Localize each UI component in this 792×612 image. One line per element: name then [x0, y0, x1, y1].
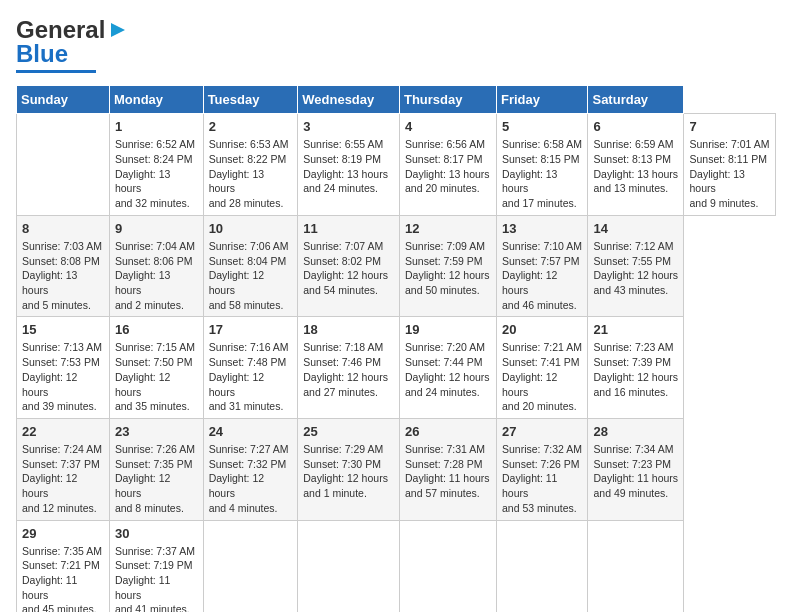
day-number: 13 — [502, 220, 582, 238]
day-number: 27 — [502, 423, 582, 441]
day-info: Sunrise: 7:04 AMSunset: 8:06 PMDaylight:… — [115, 239, 198, 312]
day-number: 8 — [22, 220, 104, 238]
calendar-cell: 20Sunrise: 7:21 AMSunset: 7:41 PMDayligh… — [496, 317, 587, 419]
calendar-cell: 8Sunrise: 7:03 AMSunset: 8:08 PMDaylight… — [17, 215, 110, 317]
calendar-cell: 21Sunrise: 7:23 AMSunset: 7:39 PMDayligh… — [588, 317, 684, 419]
day-info: Sunrise: 7:13 AMSunset: 7:53 PMDaylight:… — [22, 340, 104, 413]
calendar-cell: 17Sunrise: 7:16 AMSunset: 7:48 PMDayligh… — [203, 317, 298, 419]
day-number: 1 — [115, 118, 198, 136]
day-info: Sunrise: 7:29 AMSunset: 7:30 PMDaylight:… — [303, 442, 394, 501]
weekday-header: Sunday — [17, 86, 110, 114]
calendar-cell — [203, 520, 298, 612]
day-number: 2 — [209, 118, 293, 136]
calendar-cell: 3Sunrise: 6:55 AMSunset: 8:19 PMDaylight… — [298, 114, 400, 216]
weekday-header: Wednesday — [298, 86, 400, 114]
day-number: 21 — [593, 321, 678, 339]
day-info: Sunrise: 7:07 AMSunset: 8:02 PMDaylight:… — [303, 239, 394, 298]
day-info: Sunrise: 7:20 AMSunset: 7:44 PMDaylight:… — [405, 340, 491, 399]
day-info: Sunrise: 7:24 AMSunset: 7:37 PMDaylight:… — [22, 442, 104, 515]
calendar-cell: 10Sunrise: 7:06 AMSunset: 8:04 PMDayligh… — [203, 215, 298, 317]
weekday-header: Saturday — [588, 86, 684, 114]
calendar-cell: 26Sunrise: 7:31 AMSunset: 7:28 PMDayligh… — [399, 418, 496, 520]
calendar-cell: 22Sunrise: 7:24 AMSunset: 7:37 PMDayligh… — [17, 418, 110, 520]
day-number: 6 — [593, 118, 678, 136]
svg-marker-0 — [111, 23, 125, 37]
logo: General Blue — [16, 16, 129, 73]
day-number: 30 — [115, 525, 198, 543]
calendar-cell: 11Sunrise: 7:07 AMSunset: 8:02 PMDayligh… — [298, 215, 400, 317]
calendar-week-row: 15Sunrise: 7:13 AMSunset: 7:53 PMDayligh… — [17, 317, 776, 419]
calendar-header-row: SundayMondayTuesdayWednesdayThursdayFrid… — [17, 86, 776, 114]
day-number: 22 — [22, 423, 104, 441]
calendar-cell: 6Sunrise: 6:59 AMSunset: 8:13 PMDaylight… — [588, 114, 684, 216]
calendar-cell: 19Sunrise: 7:20 AMSunset: 7:44 PMDayligh… — [399, 317, 496, 419]
day-info: Sunrise: 7:09 AMSunset: 7:59 PMDaylight:… — [405, 239, 491, 298]
calendar-cell: 7Sunrise: 7:01 AMSunset: 8:11 PMDaylight… — [684, 114, 776, 216]
calendar-week-row: 1Sunrise: 6:52 AMSunset: 8:24 PMDaylight… — [17, 114, 776, 216]
day-info: Sunrise: 7:10 AMSunset: 7:57 PMDaylight:… — [502, 239, 582, 312]
day-info: Sunrise: 6:56 AMSunset: 8:17 PMDaylight:… — [405, 137, 491, 196]
day-number: 15 — [22, 321, 104, 339]
day-info: Sunrise: 7:16 AMSunset: 7:48 PMDaylight:… — [209, 340, 293, 413]
day-number: 29 — [22, 525, 104, 543]
calendar-cell — [17, 114, 110, 216]
day-info: Sunrise: 7:21 AMSunset: 7:41 PMDaylight:… — [502, 340, 582, 413]
weekday-header: Thursday — [399, 86, 496, 114]
calendar-cell: 27Sunrise: 7:32 AMSunset: 7:26 PMDayligh… — [496, 418, 587, 520]
calendar-week-row: 22Sunrise: 7:24 AMSunset: 7:37 PMDayligh… — [17, 418, 776, 520]
calendar-cell: 14Sunrise: 7:12 AMSunset: 7:55 PMDayligh… — [588, 215, 684, 317]
day-number: 11 — [303, 220, 394, 238]
day-info: Sunrise: 7:34 AMSunset: 7:23 PMDaylight:… — [593, 442, 678, 501]
calendar-cell: 2Sunrise: 6:53 AMSunset: 8:22 PMDaylight… — [203, 114, 298, 216]
calendar-cell: 16Sunrise: 7:15 AMSunset: 7:50 PMDayligh… — [109, 317, 203, 419]
calendar-cell: 25Sunrise: 7:29 AMSunset: 7:30 PMDayligh… — [298, 418, 400, 520]
day-number: 4 — [405, 118, 491, 136]
day-info: Sunrise: 7:23 AMSunset: 7:39 PMDaylight:… — [593, 340, 678, 399]
calendar-cell: 24Sunrise: 7:27 AMSunset: 7:32 PMDayligh… — [203, 418, 298, 520]
calendar-cell — [496, 520, 587, 612]
day-info: Sunrise: 7:01 AMSunset: 8:11 PMDaylight:… — [689, 137, 770, 210]
logo-arrow-icon — [107, 19, 129, 41]
day-number: 20 — [502, 321, 582, 339]
day-number: 14 — [593, 220, 678, 238]
calendar-table: SundayMondayTuesdayWednesdayThursdayFrid… — [16, 85, 776, 612]
day-info: Sunrise: 7:12 AMSunset: 7:55 PMDaylight:… — [593, 239, 678, 298]
calendar-cell: 15Sunrise: 7:13 AMSunset: 7:53 PMDayligh… — [17, 317, 110, 419]
day-info: Sunrise: 7:18 AMSunset: 7:46 PMDaylight:… — [303, 340, 394, 399]
day-info: Sunrise: 7:37 AMSunset: 7:19 PMDaylight:… — [115, 544, 198, 612]
day-number: 25 — [303, 423, 394, 441]
calendar-cell — [298, 520, 400, 612]
day-info: Sunrise: 6:53 AMSunset: 8:22 PMDaylight:… — [209, 137, 293, 210]
day-info: Sunrise: 6:52 AMSunset: 8:24 PMDaylight:… — [115, 137, 198, 210]
weekday-header: Friday — [496, 86, 587, 114]
calendar-cell: 30Sunrise: 7:37 AMSunset: 7:19 PMDayligh… — [109, 520, 203, 612]
calendar-cell: 1Sunrise: 6:52 AMSunset: 8:24 PMDaylight… — [109, 114, 203, 216]
day-info: Sunrise: 7:06 AMSunset: 8:04 PMDaylight:… — [209, 239, 293, 312]
day-number: 26 — [405, 423, 491, 441]
day-number: 19 — [405, 321, 491, 339]
day-info: Sunrise: 7:31 AMSunset: 7:28 PMDaylight:… — [405, 442, 491, 501]
day-number: 28 — [593, 423, 678, 441]
calendar-week-row: 29Sunrise: 7:35 AMSunset: 7:21 PMDayligh… — [17, 520, 776, 612]
day-info: Sunrise: 6:55 AMSunset: 8:19 PMDaylight:… — [303, 137, 394, 196]
day-info: Sunrise: 7:32 AMSunset: 7:26 PMDaylight:… — [502, 442, 582, 515]
day-number: 9 — [115, 220, 198, 238]
calendar-cell: 23Sunrise: 7:26 AMSunset: 7:35 PMDayligh… — [109, 418, 203, 520]
calendar-cell: 9Sunrise: 7:04 AMSunset: 8:06 PMDaylight… — [109, 215, 203, 317]
calendar-cell — [399, 520, 496, 612]
logo-blue: Blue — [16, 40, 68, 68]
day-number: 12 — [405, 220, 491, 238]
calendar-cell: 18Sunrise: 7:18 AMSunset: 7:46 PMDayligh… — [298, 317, 400, 419]
page-header: General Blue — [16, 16, 776, 73]
calendar-cell: 28Sunrise: 7:34 AMSunset: 7:23 PMDayligh… — [588, 418, 684, 520]
calendar-cell: 4Sunrise: 6:56 AMSunset: 8:17 PMDaylight… — [399, 114, 496, 216]
day-number: 18 — [303, 321, 394, 339]
day-number: 23 — [115, 423, 198, 441]
logo-underline — [16, 70, 96, 73]
day-info: Sunrise: 7:03 AMSunset: 8:08 PMDaylight:… — [22, 239, 104, 312]
calendar-week-row: 8Sunrise: 7:03 AMSunset: 8:08 PMDaylight… — [17, 215, 776, 317]
calendar-cell: 29Sunrise: 7:35 AMSunset: 7:21 PMDayligh… — [17, 520, 110, 612]
day-info: Sunrise: 7:26 AMSunset: 7:35 PMDaylight:… — [115, 442, 198, 515]
day-number: 5 — [502, 118, 582, 136]
day-number: 7 — [689, 118, 770, 136]
